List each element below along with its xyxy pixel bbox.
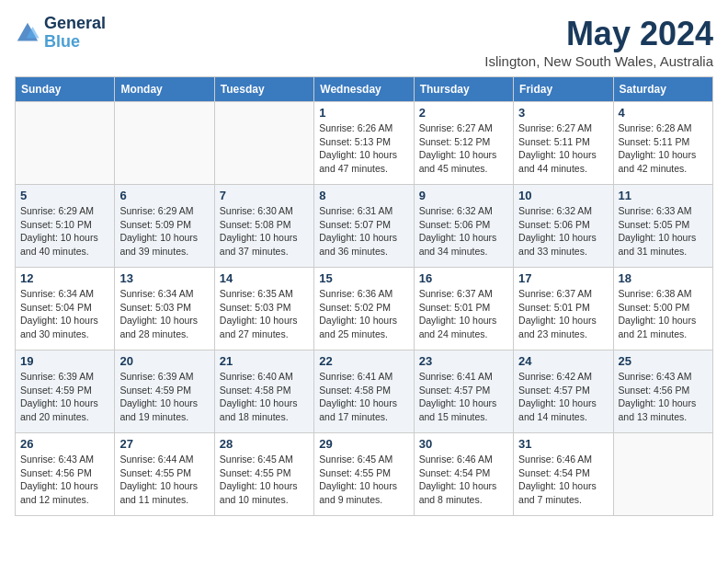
calendar-cell	[613, 433, 712, 516]
calendar-cell: 2Sunrise: 6:27 AMSunset: 5:12 PMDaylight…	[414, 102, 513, 185]
calendar-cell: 28Sunrise: 6:45 AMSunset: 4:55 PMDayligh…	[214, 433, 313, 516]
day-number: 14	[220, 271, 309, 285]
day-number: 16	[419, 271, 508, 285]
calendar-cell: 5Sunrise: 6:29 AMSunset: 5:10 PMDaylight…	[16, 185, 115, 268]
calendar-body: 1Sunrise: 6:26 AMSunset: 5:13 PMDaylight…	[16, 102, 713, 516]
day-number: 28	[220, 437, 309, 451]
day-info: Sunrise: 6:46 AMSunset: 4:54 PMDaylight:…	[518, 453, 608, 507]
day-info: Sunrise: 6:32 AMSunset: 5:06 PMDaylight:…	[419, 204, 508, 259]
day-number: 1	[319, 106, 408, 120]
day-number: 8	[319, 189, 408, 202]
day-info: Sunrise: 6:43 AMSunset: 4:56 PMDaylight:…	[619, 370, 708, 424]
calendar-cell: 3Sunrise: 6:27 AMSunset: 5:11 PMDaylight…	[514, 102, 613, 185]
calendar-cell: 22Sunrise: 6:41 AMSunset: 4:58 PMDayligh…	[314, 350, 414, 433]
calendar-cell: 16Sunrise: 6:37 AMSunset: 5:01 PMDayligh…	[414, 268, 513, 350]
day-info: Sunrise: 6:44 AMSunset: 4:55 PMDaylight:…	[119, 453, 209, 507]
calendar-week-3: 12Sunrise: 6:34 AMSunset: 5:04 PMDayligh…	[16, 268, 713, 350]
day-info: Sunrise: 6:27 AMSunset: 5:11 PMDaylight:…	[518, 121, 608, 176]
day-number: 18	[619, 271, 708, 285]
calendar-cell: 9Sunrise: 6:32 AMSunset: 5:06 PMDaylight…	[414, 185, 513, 268]
day-number: 4	[619, 106, 708, 120]
calendar-cell: 25Sunrise: 6:43 AMSunset: 4:56 PMDayligh…	[613, 350, 712, 433]
day-info: Sunrise: 6:30 AMSunset: 5:08 PMDaylight:…	[220, 204, 309, 259]
calendar-cell: 31Sunrise: 6:46 AMSunset: 4:54 PMDayligh…	[514, 433, 613, 516]
calendar-cell: 12Sunrise: 6:34 AMSunset: 5:04 PMDayligh…	[16, 268, 115, 350]
day-info: Sunrise: 6:43 AMSunset: 4:56 PMDaylight:…	[20, 453, 109, 507]
calendar-cell: 15Sunrise: 6:36 AMSunset: 5:02 PMDayligh…	[314, 268, 414, 350]
calendar-cell	[214, 102, 313, 185]
day-number: 6	[119, 189, 209, 202]
day-number: 2	[419, 106, 508, 120]
calendar-cell: 18Sunrise: 6:38 AMSunset: 5:00 PMDayligh…	[613, 268, 712, 350]
calendar-cell: 14Sunrise: 6:35 AMSunset: 5:03 PMDayligh…	[214, 268, 313, 350]
calendar-cell: 23Sunrise: 6:41 AMSunset: 4:57 PMDayligh…	[414, 350, 513, 433]
weekday-header-friday: Friday	[514, 77, 613, 102]
day-info: Sunrise: 6:41 AMSunset: 4:57 PMDaylight:…	[419, 370, 508, 424]
day-number: 27	[119, 437, 209, 451]
day-info: Sunrise: 6:41 AMSunset: 4:58 PMDaylight:…	[319, 370, 408, 424]
day-number: 30	[419, 437, 508, 451]
day-number: 17	[518, 271, 608, 285]
day-info: Sunrise: 6:31 AMSunset: 5:07 PMDaylight:…	[319, 204, 408, 259]
day-info: Sunrise: 6:27 AMSunset: 5:12 PMDaylight:…	[419, 121, 508, 176]
day-number: 31	[518, 437, 608, 451]
day-number: 20	[119, 354, 209, 368]
day-info: Sunrise: 6:34 AMSunset: 5:03 PMDaylight:…	[119, 287, 209, 341]
weekday-header-saturday: Saturday	[613, 77, 712, 102]
weekday-header-sunday: Sunday	[16, 77, 115, 102]
calendar-cell: 4Sunrise: 6:28 AMSunset: 5:11 PMDaylight…	[613, 102, 712, 185]
day-info: Sunrise: 6:33 AMSunset: 5:05 PMDaylight:…	[619, 204, 708, 259]
day-info: Sunrise: 6:45 AMSunset: 4:55 PMDaylight:…	[319, 453, 408, 507]
calendar-table: SundayMondayTuesdayWednesdayThursdayFrid…	[15, 76, 713, 516]
day-info: Sunrise: 6:28 AMSunset: 5:11 PMDaylight:…	[619, 121, 708, 176]
month-title: May 2024	[484, 15, 713, 53]
day-info: Sunrise: 6:38 AMSunset: 5:00 PMDaylight:…	[619, 287, 708, 341]
calendar-cell: 29Sunrise: 6:45 AMSunset: 4:55 PMDayligh…	[314, 433, 414, 516]
day-info: Sunrise: 6:37 AMSunset: 5:01 PMDaylight:…	[518, 287, 608, 341]
calendar-cell: 7Sunrise: 6:30 AMSunset: 5:08 PMDaylight…	[214, 185, 313, 268]
calendar-cell: 1Sunrise: 6:26 AMSunset: 5:13 PMDaylight…	[314, 102, 414, 185]
calendar-cell	[16, 102, 115, 185]
day-number: 15	[319, 271, 408, 285]
day-info: Sunrise: 6:29 AMSunset: 5:10 PMDaylight:…	[20, 204, 109, 259]
day-number: 5	[20, 189, 109, 202]
calendar-week-2: 5Sunrise: 6:29 AMSunset: 5:10 PMDaylight…	[16, 185, 713, 268]
day-info: Sunrise: 6:34 AMSunset: 5:04 PMDaylight:…	[20, 287, 109, 341]
weekday-header-monday: Monday	[115, 77, 214, 102]
day-number: 23	[419, 354, 508, 368]
day-info: Sunrise: 6:42 AMSunset: 4:57 PMDaylight:…	[518, 370, 608, 424]
calendar-cell	[115, 102, 214, 185]
day-info: Sunrise: 6:40 AMSunset: 4:58 PMDaylight:…	[220, 370, 309, 424]
calendar-cell: 10Sunrise: 6:32 AMSunset: 5:06 PMDayligh…	[514, 185, 613, 268]
logo: General Blue	[15, 15, 106, 52]
day-info: Sunrise: 6:32 AMSunset: 5:06 PMDaylight:…	[518, 204, 608, 259]
day-info: Sunrise: 6:35 AMSunset: 5:03 PMDaylight:…	[220, 287, 309, 341]
calendar-week-4: 19Sunrise: 6:39 AMSunset: 4:59 PMDayligh…	[16, 350, 713, 433]
calendar-cell: 26Sunrise: 6:43 AMSunset: 4:56 PMDayligh…	[16, 433, 115, 516]
day-number: 25	[619, 354, 708, 368]
weekday-header-wednesday: Wednesday	[314, 77, 414, 102]
day-info: Sunrise: 6:36 AMSunset: 5:02 PMDaylight:…	[319, 287, 408, 341]
calendar-cell: 8Sunrise: 6:31 AMSunset: 5:07 PMDaylight…	[314, 185, 414, 268]
logo-icon	[15, 20, 40, 46]
calendar-week-1: 1Sunrise: 6:26 AMSunset: 5:13 PMDaylight…	[16, 102, 713, 185]
day-number: 29	[319, 437, 408, 451]
calendar-cell: 30Sunrise: 6:46 AMSunset: 4:54 PMDayligh…	[414, 433, 513, 516]
day-info: Sunrise: 6:45 AMSunset: 4:55 PMDaylight:…	[220, 453, 309, 507]
day-info: Sunrise: 6:39 AMSunset: 4:59 PMDaylight:…	[119, 370, 209, 424]
page-header: General Blue May 2024 Islington, New Sou…	[15, 15, 713, 69]
calendar-cell: 17Sunrise: 6:37 AMSunset: 5:01 PMDayligh…	[514, 268, 613, 350]
calendar-cell: 19Sunrise: 6:39 AMSunset: 4:59 PMDayligh…	[16, 350, 115, 433]
weekday-header-thursday: Thursday	[414, 77, 513, 102]
day-number: 10	[518, 189, 608, 202]
day-info: Sunrise: 6:29 AMSunset: 5:09 PMDaylight:…	[119, 204, 209, 259]
day-number: 19	[20, 354, 109, 368]
calendar-cell: 24Sunrise: 6:42 AMSunset: 4:57 PMDayligh…	[514, 350, 613, 433]
day-number: 13	[119, 271, 209, 285]
day-number: 7	[220, 189, 309, 202]
calendar-cell: 21Sunrise: 6:40 AMSunset: 4:58 PMDayligh…	[214, 350, 313, 433]
location: Islington, New South Wales, Australia	[484, 53, 713, 69]
calendar-cell: 20Sunrise: 6:39 AMSunset: 4:59 PMDayligh…	[115, 350, 214, 433]
logo-text: General Blue	[44, 15, 106, 52]
day-info: Sunrise: 6:26 AMSunset: 5:13 PMDaylight:…	[319, 121, 408, 176]
